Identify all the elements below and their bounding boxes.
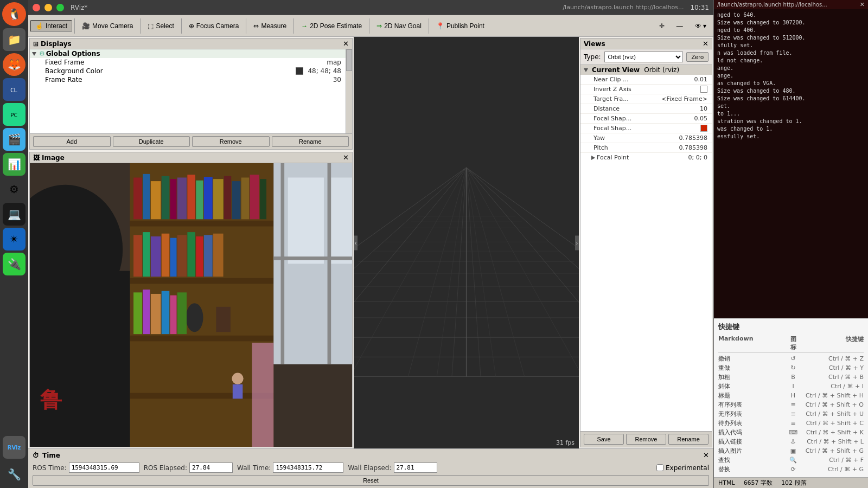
time-close-button[interactable]: ✕ [703, 451, 709, 459]
views-save-button[interactable]: Save [584, 434, 624, 445]
focal-point-value: 0; 0; 0 [688, 154, 707, 161]
taskbar-spreadsheet[interactable]: 📊 [3, 153, 25, 176]
image-header-icon: 🖼 [33, 154, 40, 162]
taskbar-browser[interactable]: 🦊 [3, 53, 25, 76]
zero-button[interactable]: Zero [686, 52, 709, 62]
right-panel: Views ✕ Type: Orbit (rviz) Zero Current … [579, 37, 713, 448]
displays-scrollbar[interactable] [346, 49, 352, 133]
focal-shape-size-value: 0.05 [694, 115, 708, 122]
background-color-row[interactable]: Background Color 48; 48; 48 [30, 67, 346, 75]
shortcut-key: Ctrl / ⌘ + Z [799, 355, 864, 362]
target-frame-label: Target Fra... [593, 95, 661, 102]
minus-button[interactable]: — [672, 20, 688, 32]
shortcuts-col2-header: 图标 [788, 335, 799, 351]
svg-rect-14 [170, 179, 177, 219]
ubuntu-icon[interactable]: 🐧 [2, 2, 26, 26]
shortcut-icon: ⟳ [788, 466, 799, 473]
shortcut-name: 无序列表 [718, 410, 788, 418]
svg-rect-49 [162, 291, 170, 334]
pitch-value: 0.785398 [679, 144, 708, 151]
image-close-button[interactable]: ✕ [343, 153, 349, 162]
nav-goal-button[interactable]: ⇒ 2D Nav Goal [372, 20, 426, 32]
interact-button[interactable]: ☝ Interact [30, 20, 72, 32]
rename-button[interactable]: Rename [272, 136, 349, 147]
remove-button[interactable]: Remove [192, 136, 270, 147]
views-rename-button[interactable]: Rename [668, 434, 709, 445]
displays-panel-icon: ⊞ [33, 40, 39, 48]
publish-point-button[interactable]: 📍 Publish Point [431, 20, 489, 32]
camera-icon: 🎥 [82, 22, 90, 30]
views-remove-button[interactable]: Remove [626, 434, 666, 445]
terminal-line: to 1... [717, 110, 865, 118]
collapse-left-button[interactable]: ‹ [354, 235, 358, 250]
add-button[interactable]: Add [33, 136, 111, 147]
crosshair-button[interactable]: ✛ [654, 20, 669, 32]
view-toggle-button[interactable]: 👁 ▾ [690, 20, 711, 32]
taskbar-rviz[interactable]: RViz [3, 436, 25, 459]
image-title: Image [42, 154, 65, 162]
terminal-line: Size was changed to 307200. [717, 19, 865, 27]
move-camera-button[interactable]: 🎥 Move Camera [77, 20, 138, 32]
close-button[interactable] [33, 4, 40, 11]
views-header: Views ✕ [580, 38, 712, 49]
invert-z-row: Invert Z Axis [580, 85, 712, 94]
time-title: Time [42, 452, 60, 459]
frame-rate-row[interactable]: Frame Rate 30 [30, 75, 346, 84]
shortcuts-table: Markdown 图标 快捷键 撤销 ↺ Ctrl / ⌘ + Z 重做 ↻ C… [718, 335, 864, 474]
shortcut-icon: ⚓ [788, 438, 799, 445]
ros-elapsed-input[interactable] [189, 463, 233, 473]
status-html: HTML [718, 479, 735, 486]
wall-elapsed-group: Wall Elapsed: [348, 463, 437, 473]
taskbar-files[interactable]: 📁 [3, 28, 25, 51]
views-close-button[interactable]: ✕ [703, 40, 709, 48]
reset-button[interactable]: Reset [33, 475, 709, 486]
experimental-checkbox[interactable] [656, 464, 663, 471]
bg-color-label: Background Color [45, 67, 103, 75]
ros-time-input[interactable] [69, 463, 139, 473]
taskbar-clion[interactable]: CL [3, 78, 25, 101]
shortcuts-col3-header: 快捷键 [799, 335, 864, 351]
pose-estimate-button[interactable]: → 2D Pose Estimate [296, 20, 367, 32]
duplicate-button[interactable]: Duplicate [113, 136, 190, 147]
measure-icon: ⇔ [253, 22, 259, 30]
views-type-select[interactable]: Orbit (rviz) [604, 52, 684, 62]
minimize-button[interactable] [44, 4, 52, 11]
pitch-label: Pitch [593, 144, 679, 151]
focal-shape-fixed-label: Focal Shap... [593, 125, 700, 132]
status-lines: 102 段落 [781, 479, 807, 487]
wall-elapsed-input[interactable] [394, 463, 437, 473]
select-button[interactable]: ⬚ Select [143, 20, 178, 32]
invert-z-checkbox[interactable] [700, 86, 707, 93]
select-icon: ⬚ [148, 22, 154, 30]
clock: 10:31 [690, 4, 709, 11]
shortcut-key: Ctrl / ⌘ + Shift + C [799, 420, 864, 427]
terminal-close[interactable]: ✕ [860, 1, 865, 8]
taskbar-kdeconnect[interactable]: ✴ [3, 228, 25, 251]
collapse-right-button[interactable]: › [575, 235, 579, 250]
left-panel: ⊞ Displays ✕ ⚙ Global Options [28, 37, 354, 448]
titlebar: RViz* /launch/astrapro.launch http://loc… [28, 0, 713, 15]
taskbar-routing[interactable]: 🔌 [3, 253, 25, 275]
taskbar-pycharm[interactable]: PC [3, 103, 25, 126]
shortcut-name: 加粗 [718, 373, 788, 381]
focus-camera-button[interactable]: ⊕ Focus Camera [184, 20, 244, 32]
maximize-button[interactable] [56, 4, 64, 11]
svg-rect-18 [204, 177, 213, 219]
fixed-frame-row[interactable]: Fixed Frame map [30, 58, 346, 67]
shortcut-key: Ctrl / ⌘ + Shift + L [799, 438, 864, 445]
shortcut-key: Ctrl / ⌘ + Shift + O [799, 401, 864, 408]
focal-shape-fixed-checkbox[interactable] [700, 125, 707, 132]
interact-icon: ☝ [35, 22, 43, 30]
displays-close-button[interactable]: ✕ [343, 40, 349, 48]
measure-button[interactable]: ⇔ Measure [248, 20, 291, 32]
viewport-3d[interactable]: ‹ › 31 fps [354, 37, 579, 448]
global-options-row[interactable]: ⚙ Global Options [30, 49, 346, 58]
image-panel: 🖼 Image ✕ [29, 152, 353, 447]
taskbar-bottom[interactable]: 🔧 [3, 463, 25, 486]
svg-rect-37 [331, 177, 352, 264]
main-area: RViz* /launch/astrapro.launch http://loc… [28, 0, 713, 488]
taskbar-terminal[interactable]: 💻 [3, 203, 25, 226]
taskbar-kdenlive[interactable]: 🎬 [3, 128, 25, 151]
wall-time-input[interactable] [273, 463, 343, 473]
taskbar-settings[interactable]: ⚙️ [3, 178, 25, 201]
